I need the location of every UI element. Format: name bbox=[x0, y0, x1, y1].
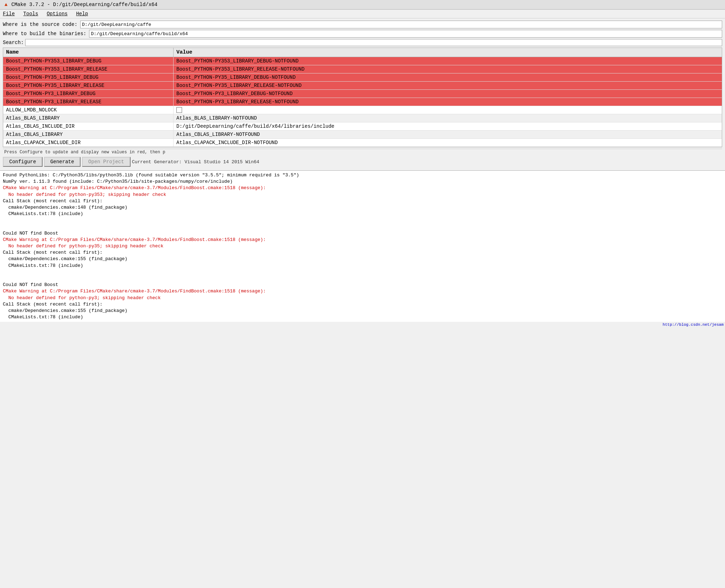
log-line: Could NOT find Boost bbox=[3, 282, 722, 288]
log-line bbox=[3, 275, 722, 282]
log-line: CMakeLists.txt:78 (include) bbox=[3, 263, 722, 269]
table-row[interactable]: Boost_PYTHON-PY3_LIBRARY_DEBUG Boost_PYT… bbox=[3, 90, 722, 98]
cell-value: Boost_PYTHON-PY353_LIBRARY_DEBUG-NOTFOUN… bbox=[174, 57, 722, 65]
cell-name: Boost_PYTHON-PY3_LIBRARY_RELEASE bbox=[3, 98, 174, 106]
title-bar: ▲ CMake 3.7.2 - D:/git/DeepLearning/caff… bbox=[0, 0, 725, 10]
log-line: CMakeLists.txt:78 (include) bbox=[3, 314, 722, 320]
table-row[interactable]: ALLOW_LMDB_NOLOCK bbox=[3, 106, 722, 114]
cell-value: Boost_PYTHON-PY3_LIBRARY_DEBUG-NOTFOUND bbox=[174, 90, 722, 98]
log-line: cmake/Dependencies.cmake:155 (find_packa… bbox=[3, 256, 722, 262]
footer[interactable]: http://blog.csdn.net/jesam bbox=[0, 322, 725, 328]
log-line: CMake Warning at C:/Program Files/CMake/… bbox=[3, 288, 722, 295]
table-row[interactable]: Boost_PYTHON-PY35_LIBRARY_DEBUG Boost_PY… bbox=[3, 73, 722, 82]
header-value: Value bbox=[174, 48, 722, 57]
log-line: CMake Warning at C:/Program Files/CMake/… bbox=[3, 185, 722, 191]
menu-options[interactable]: Options bbox=[45, 10, 69, 17]
cell-name: Boost_PYTHON-PY353_LIBRARY_RELEASE bbox=[3, 65, 174, 73]
app-icon: ▲ bbox=[3, 1, 9, 8]
log-line: cmake/Dependencies.cmake:148 (find_packa… bbox=[3, 204, 722, 211]
build-binaries-label: Where to build the binaries: bbox=[3, 31, 86, 37]
main-content: Where is the source code: Where to build… bbox=[0, 18, 725, 170]
cell-value: D:/git/DeepLearning/caffe/build/x64/libr… bbox=[174, 122, 722, 130]
checkbox[interactable] bbox=[176, 107, 182, 113]
table-row[interactable]: Atlas_CBLAS_LIBRARY Atlas_CBLAS_LIBRARY-… bbox=[3, 131, 722, 139]
cell-value: Boost_PYTHON-PY35_LIBRARY_DEBUG-NOTFOUND bbox=[174, 73, 722, 81]
status-bar: Press Configure to update and display ne… bbox=[3, 149, 722, 155]
cmake-table: Name Value Boost_PYTHON-PY353_LIBRARY_DE… bbox=[3, 48, 722, 147]
configure-button[interactable]: Configure bbox=[3, 157, 43, 167]
log-line: No header defined for python-py35; skipp… bbox=[3, 243, 722, 249]
log-line: CMakeLists.txt:78 (include) bbox=[3, 211, 722, 217]
title-text: CMake 3.7.2 - D:/git/DeepLearning/caffe/… bbox=[11, 2, 158, 7]
log-line: No header defined for python-py353; skip… bbox=[3, 192, 722, 198]
log-line: Could NOT find Boost bbox=[3, 230, 722, 237]
search-input[interactable] bbox=[25, 39, 722, 46]
build-binaries-input[interactable] bbox=[89, 30, 722, 38]
log-line bbox=[3, 269, 722, 275]
log-line: No header defined for python-py3; skippi… bbox=[3, 295, 722, 301]
log-line: Call Stack (most recent call first): bbox=[3, 301, 722, 308]
cell-value: Atlas_BLAS_LIBRARY-NOTFOUND bbox=[174, 114, 722, 122]
source-code-label: Where is the source code: bbox=[3, 22, 77, 27]
log-line: NumPy ver. 1.11.3 found (include: C:/Pyt… bbox=[3, 178, 722, 185]
log-line bbox=[3, 224, 722, 230]
table-row[interactable]: Boost_PYTHON-PY353_LIBRARY_RELEASE Boost… bbox=[3, 65, 722, 73]
cell-value bbox=[174, 106, 722, 114]
cell-name: ALLOW_LMDB_NOLOCK bbox=[3, 106, 174, 114]
table-row[interactable]: Boost_PYTHON-PY3_LIBRARY_RELEASE Boost_P… bbox=[3, 98, 722, 106]
table-header: Name Value bbox=[3, 48, 722, 57]
cell-name: Atlas_BLAS_LIBRARY bbox=[3, 114, 174, 122]
table-row[interactable]: Boost_PYTHON-PY35_LIBRARY_RELEASE Boost_… bbox=[3, 82, 722, 90]
search-label: Search: bbox=[3, 40, 24, 45]
cell-name: Atlas_CLAPACK_INCLUDE_DIR bbox=[3, 139, 174, 147]
footer-link: http://blog.csdn.net/jesam bbox=[663, 323, 724, 327]
status-text: Press Configure to update and display ne… bbox=[4, 150, 165, 155]
log-line: CMake Warning at C:/Program Files/CMake/… bbox=[3, 237, 722, 243]
log-line: Call Stack (most recent call first): bbox=[3, 198, 722, 204]
table-row[interactable]: Atlas_BLAS_LIBRARY Atlas_BLAS_LIBRARY-NO… bbox=[3, 114, 722, 122]
search-row: Search: bbox=[3, 39, 722, 46]
cell-name: Boost_PYTHON-PY35_LIBRARY_DEBUG bbox=[3, 73, 174, 81]
table-row[interactable]: Boost_PYTHON-PY353_LIBRARY_DEBUG Boost_P… bbox=[3, 57, 722, 65]
source-code-row: Where is the source code: bbox=[3, 21, 722, 28]
cell-name: Atlas_CBLAS_INCLUDE_DIR bbox=[3, 122, 174, 130]
cell-value: Boost_PYTHON-PY3_LIBRARY_RELEASE-NOTFOUN… bbox=[174, 98, 722, 106]
cell-name: Boost_PYTHON-PY35_LIBRARY_RELEASE bbox=[3, 82, 174, 89]
menu-file[interactable]: File bbox=[1, 10, 16, 17]
source-code-input[interactable] bbox=[80, 21, 722, 28]
menu-tools[interactable]: Tools bbox=[22, 10, 40, 17]
log-line: cmake/Dependencies.cmake:155 (find_packa… bbox=[3, 308, 722, 314]
header-name: Name bbox=[3, 48, 174, 57]
menu-bar: File Tools Options Help bbox=[0, 10, 725, 18]
cell-name: Boost_PYTHON-PY3_LIBRARY_DEBUG bbox=[3, 90, 174, 98]
button-bar: Configure Generate Open Project Current … bbox=[3, 155, 722, 168]
cell-value: Atlas_CLAPACK_INCLUDE_DIR-NOTFOUND bbox=[174, 139, 722, 147]
generator-label: Current Generator: Visual Studio 14 2015… bbox=[132, 159, 259, 165]
open-project-button[interactable]: Open Project bbox=[82, 157, 131, 167]
cell-value: Atlas_CBLAS_LIBRARY-NOTFOUND bbox=[174, 131, 722, 138]
menu-help[interactable]: Help bbox=[75, 10, 89, 17]
log-panel: Found PythonLibs: C:/Python35/libs/pytho… bbox=[0, 170, 725, 322]
generate-button[interactable]: Generate bbox=[44, 157, 81, 167]
table-row[interactable]: Atlas_CBLAS_INCLUDE_DIR D:/git/DeepLearn… bbox=[3, 122, 722, 131]
cell-value: Boost_PYTHON-PY35_LIBRARY_RELEASE-NOTFOU… bbox=[174, 82, 722, 89]
build-binaries-row: Where to build the binaries: bbox=[3, 30, 722, 38]
log-line: Call Stack (most recent call first): bbox=[3, 249, 722, 256]
cell-name: Boost_PYTHON-PY353_LIBRARY_DEBUG bbox=[3, 57, 174, 65]
cell-name: Atlas_CBLAS_LIBRARY bbox=[3, 131, 174, 138]
table-row[interactable]: Atlas_CLAPACK_INCLUDE_DIR Atlas_CLAPACK_… bbox=[3, 139, 722, 147]
cell-value: Boost_PYTHON-PY353_LIBRARY_RELEASE-NOTFO… bbox=[174, 65, 722, 73]
log-line: Found PythonLibs: C:/Python35/libs/pytho… bbox=[3, 172, 722, 178]
log-line bbox=[3, 217, 722, 224]
